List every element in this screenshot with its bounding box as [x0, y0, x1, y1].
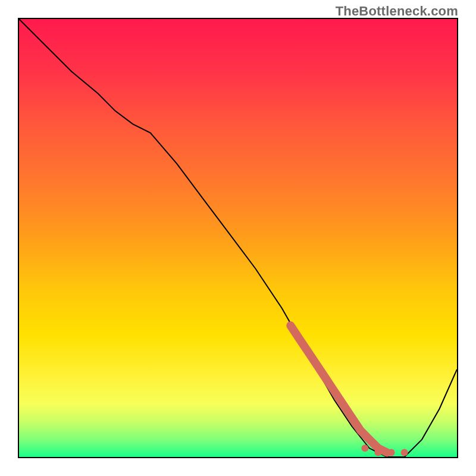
plot-area: [18, 18, 458, 458]
baseline-dot: [361, 444, 368, 452]
baseline-dot: [375, 449, 382, 456]
highlight-segment: [290, 325, 387, 452]
baseline-dot: [401, 449, 408, 456]
bottleneck-curve: [19, 19, 457, 457]
baseline-dot: [388, 449, 395, 456]
chart-frame: TheBottleneck.com: [0, 0, 476, 476]
watermark-text: TheBottleneck.com: [336, 4, 458, 19]
chart-overlay: [19, 19, 457, 457]
